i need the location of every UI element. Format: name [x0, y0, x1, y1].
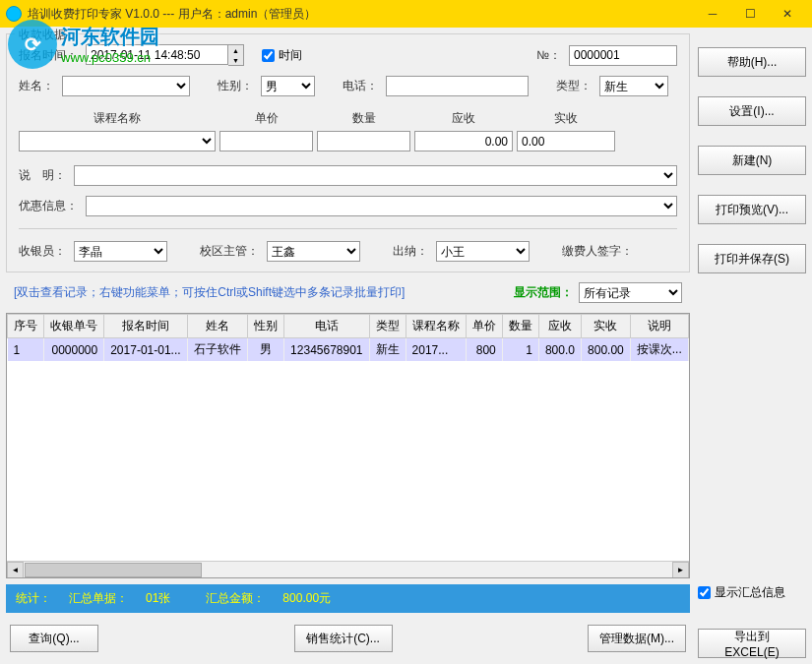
receipt-group: 收款收据 报名时间： ▲ ▼ 时间 №：	[6, 33, 690, 272]
price-header: 单价	[219, 110, 313, 127]
close-button[interactable]: ✕	[769, 2, 806, 26]
show-summary-label: 显示汇总信息	[715, 584, 785, 601]
window-title: 培训收费打印专家 V1.0.0 --- 用户名：admin（管理员）	[28, 6, 694, 23]
table-header[interactable]: 应收	[538, 315, 581, 338]
type-select[interactable]: 新生	[599, 76, 668, 96]
cashier-select[interactable]: 李晶	[74, 241, 167, 262]
received-header: 实收	[517, 110, 615, 127]
time-check-label: 时间	[279, 47, 302, 64]
qty-header: 数量	[317, 110, 410, 127]
table-header[interactable]: 收银单号	[44, 315, 104, 338]
scope-label: 显示范围：	[514, 284, 573, 301]
table-header[interactable]: 课程名称	[406, 315, 466, 338]
stats-button[interactable]: 销售统计(C)...	[294, 625, 393, 652]
qty-input[interactable]	[317, 131, 410, 151]
table-header[interactable]: 电话	[283, 315, 369, 338]
table-header[interactable]: 数量	[502, 315, 538, 338]
summary-bar: 统计： 汇总单据：01张 汇总金额：800.00元	[6, 584, 690, 613]
supervisor-label: 校区主管：	[200, 243, 259, 260]
horizontal-scrollbar[interactable]: ◄ ►	[7, 561, 689, 577]
table-header[interactable]: 姓名	[187, 315, 247, 338]
summary-label: 统计：	[16, 590, 51, 607]
table-header[interactable]: 性别	[247, 315, 283, 338]
reg-time-label: 报名时间：	[19, 47, 78, 64]
table-header[interactable]: 单价	[466, 315, 502, 338]
receivable-input[interactable]	[414, 131, 513, 151]
course-header: 课程名称	[19, 110, 216, 127]
discount-select[interactable]	[86, 196, 677, 216]
supervisor-select[interactable]: 王鑫	[267, 241, 360, 262]
desc-select[interactable]	[74, 165, 677, 186]
hint-text: [双击查看记录；右键功能菜单；可按住Ctrl或Shift键选中多条记录批量打印]	[14, 284, 514, 301]
app-icon	[6, 6, 22, 22]
new-button[interactable]: 新建(N)	[698, 146, 806, 175]
settings-button[interactable]: 设置(I)...	[698, 96, 806, 126]
reg-time-input[interactable]	[86, 44, 228, 65]
teller-select[interactable]: 小王	[436, 241, 530, 262]
help-button[interactable]: 帮助(H)...	[698, 47, 806, 77]
minimize-button[interactable]: ─	[694, 2, 731, 26]
no-label: №：	[536, 47, 561, 64]
manage-button[interactable]: 管理数据(M)...	[588, 625, 686, 652]
table-header[interactable]: 序号	[8, 315, 44, 338]
records-table-container: 序号收银单号报名时间姓名性别电话类型课程名称单价数量应收实收说明 1000000…	[6, 313, 690, 578]
table-header[interactable]: 报名时间	[104, 315, 188, 338]
receivable-header: 应收	[414, 110, 513, 127]
maximize-button[interactable]: ☐	[731, 2, 769, 26]
query-button[interactable]: 查询(Q)...	[10, 625, 98, 652]
time-spinner[interactable]: ▲ ▼	[228, 44, 244, 66]
records-table[interactable]: 序号收银单号报名时间姓名性别电话类型课程名称单价数量应收实收说明 1000000…	[7, 314, 689, 361]
desc-label: 说 明：	[19, 167, 66, 184]
name-select[interactable]	[62, 76, 190, 96]
phone-input[interactable]	[386, 76, 529, 96]
print-save-button[interactable]: 打印并保存(S)	[698, 244, 806, 273]
course-select[interactable]	[19, 131, 216, 151]
payer-sign-label: 缴费人签字：	[562, 243, 633, 260]
gender-label: 性别：	[218, 78, 253, 94]
phone-label: 电话：	[343, 78, 378, 94]
group-title: 收款收据	[15, 27, 70, 43]
gender-select[interactable]: 男	[261, 76, 315, 96]
table-header[interactable]: 类型	[369, 315, 406, 338]
cashier-label: 收银员：	[19, 243, 66, 260]
price-input[interactable]	[219, 131, 313, 151]
scope-select[interactable]: 所有记录	[579, 282, 682, 303]
received-input[interactable]	[517, 131, 615, 151]
discount-label: 优惠信息：	[19, 198, 78, 214]
teller-label: 出纳：	[393, 243, 428, 260]
type-label: 类型：	[556, 78, 592, 94]
name-label: 姓名：	[19, 78, 54, 94]
table-header[interactable]: 实收	[581, 315, 630, 338]
table-row[interactable]: 100000002017-01-01...石子软件男12345678901新生2…	[8, 338, 689, 362]
time-checkbox[interactable]	[262, 49, 275, 62]
preview-button[interactable]: 打印预览(V)...	[698, 195, 806, 224]
table-header[interactable]: 说明	[630, 315, 688, 338]
show-summary-checkbox[interactable]	[698, 586, 711, 599]
no-input[interactable]	[569, 45, 677, 66]
export-button[interactable]: 导出到EXCEL(E)	[698, 629, 806, 658]
